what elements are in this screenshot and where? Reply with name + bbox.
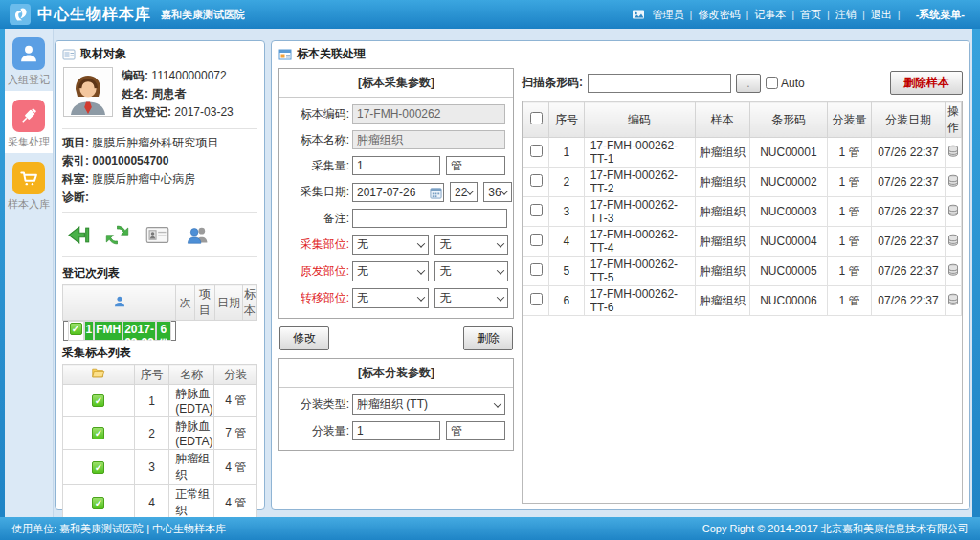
delete-sample-button[interactable]: 删除样本 — [890, 71, 963, 95]
collect-params-title: [标本采集参数] — [279, 69, 513, 98]
pack-amount-field[interactable] — [352, 421, 440, 440]
chevron-down-icon — [497, 266, 504, 274]
pack-params-box: [标本分装参数] 分装类型: 肿瘤组织 (TT) 分装量: — [278, 358, 514, 451]
select-all-checkbox[interactable] — [530, 112, 543, 124]
header-link-home[interactable]: 首页 — [794, 8, 827, 22]
sidebar-item-enroll[interactable]: 入组登记 — [5, 29, 53, 91]
pack-type-select[interactable]: 肿瘤组织 (TT) — [352, 394, 505, 415]
collect-row[interactable]: ✓ 2 静脉血(EDTA) 7 管 — [63, 417, 257, 450]
checked-icon[interactable]: ✓ — [92, 427, 104, 439]
scan-barcode-input[interactable] — [588, 74, 731, 93]
minute-select[interactable]: 36 — [483, 182, 511, 202]
patient-name-line: 姓名: 周患者 — [122, 85, 234, 103]
header-link-admin[interactable]: 管理员 — [647, 8, 690, 22]
collect-col-seq: 序号 — [134, 365, 169, 385]
checked-icon[interactable]: ✓ — [70, 323, 82, 335]
col-code: 编码 — [584, 102, 695, 138]
storage-icon[interactable] — [947, 174, 960, 188]
system-menu-toggle[interactable]: -系统菜单- — [910, 8, 970, 22]
collect-row[interactable]: ✓ 3 肿瘤组织 4 管 — [63, 450, 257, 485]
transfer-site-select-2[interactable]: 无 — [434, 288, 508, 308]
note-field[interactable] — [352, 209, 507, 228]
delete-button[interactable]: 删除 — [463, 326, 513, 350]
aliquot-row: 3 17-FMH-000262-TT-3 肿瘤组织 NUC00003 1 管 0… — [523, 197, 962, 227]
storage-icon[interactable] — [947, 263, 960, 277]
modify-button[interactable]: 修改 — [279, 326, 329, 350]
row-checkbox[interactable] — [530, 204, 543, 216]
aliquot-table: 序号 编码 样本 条形码 分装量 分装日期 操作 1 17-FMH-000262… — [523, 101, 962, 316]
sidebar-label-enroll: 入组登记 — [5, 73, 53, 87]
primary-site-select-2[interactable]: 无 — [434, 261, 508, 281]
visit-col-seq: 次 — [176, 285, 194, 321]
storage-icon[interactable] — [947, 204, 960, 217]
refresh-icon[interactable] — [104, 222, 130, 248]
patient-code: 111400000072 — [151, 69, 226, 82]
pack-unit-field[interactable] — [446, 421, 505, 440]
collect-site-select-1[interactable]: 无 — [352, 235, 429, 255]
row-checkbox[interactable] — [530, 293, 543, 305]
syringe-icon — [18, 105, 39, 126]
footer-organization: 使用单位: 嘉和美康测试医院 | 中心生物样本库 — [11, 522, 226, 536]
app-logo-icon — [10, 4, 31, 25]
collect-list-table: 序号 名称 分装 ✓ 1 静脉血(EDTA) 4 管 ✓ 2 静脉血(EDTA)… — [62, 364, 257, 540]
index-value: 000100054700 — [92, 154, 168, 168]
id-card-icon[interactable] — [145, 222, 170, 248]
header-link-notepad[interactable]: 记事本 — [748, 8, 791, 22]
collect-unit-field[interactable] — [446, 156, 505, 175]
collect-amount-label: 采集量: — [284, 158, 349, 174]
collect-site-label: 采集部位: — [284, 236, 349, 253]
collect-col-qty: 分装 — [214, 365, 257, 385]
row-checkbox[interactable] — [530, 174, 543, 187]
visit-list-title: 登记次列表 — [62, 261, 257, 284]
collect-amount-field[interactable] — [352, 156, 440, 175]
primary-site-select-1[interactable]: 无 — [352, 261, 429, 281]
sidebar-item-collect[interactable]: 采集处理 — [5, 91, 53, 153]
aliquot-row: 5 17-FMH-000262-TT-5 肿瘤组织 NUC00005 1 管 0… — [523, 257, 962, 286]
module-sidebar: 入组登记 采集处理 样本入库 — [5, 29, 54, 517]
collect-site-select-2[interactable]: 无 — [434, 235, 508, 255]
collect-row[interactable]: ✓ 1 静脉血(EDTA) 4 管 — [63, 385, 257, 417]
chevron-down-icon — [494, 399, 501, 407]
collect-col-name: 名称 — [169, 365, 214, 385]
transfer-site-label: 转移部位: — [284, 290, 349, 306]
admin-avatar-icon — [632, 8, 645, 21]
pack-amount-label: 分装量: — [284, 423, 349, 439]
users-icon[interactable] — [185, 222, 211, 248]
sidebar-item-storage[interactable]: 样本入库 — [5, 153, 53, 215]
processing-panel-icon — [278, 48, 292, 61]
scan-submit-button[interactable]: . — [736, 74, 761, 93]
back-icon[interactable] — [64, 222, 90, 248]
checked-icon[interactable]: ✓ — [92, 394, 104, 407]
chevron-down-icon — [417, 266, 425, 274]
patient-first-reg-line: 首次登记: 2017-03-23 — [122, 103, 234, 122]
visit-row[interactable]: ✓ 1 FMH 2017-03-23 6 份 — [63, 321, 176, 341]
storage-icon[interactable] — [947, 293, 960, 306]
row-checkbox[interactable] — [530, 145, 543, 157]
col-sample: 样本 — [695, 102, 749, 138]
header-link-change-password[interactable]: 修改密码 — [692, 8, 746, 22]
diagnosis-line: 诊断: — [62, 189, 257, 207]
storage-icon[interactable] — [947, 234, 960, 247]
storage-icon[interactable] — [947, 145, 960, 158]
chevron-down-icon — [497, 293, 504, 301]
checked-icon[interactable]: ✓ — [92, 461, 104, 474]
person-column-icon — [113, 295, 126, 308]
chevron-down-icon — [497, 239, 504, 247]
aliquot-row: 1 17-FMH-000262-TT-1 肿瘤组织 NUC00001 1 管 0… — [523, 138, 962, 168]
aliquot-table-container: 序号 编码 样本 条形码 分装量 分装日期 操作 1 17-FMH-000262… — [522, 101, 963, 504]
row-checkbox[interactable] — [530, 263, 543, 276]
footer-copyright: Copy Right © 2014-2017 北京嘉和美康信息技术有限公司 — [702, 522, 969, 536]
collect-params-box: [标本采集参数] 标本编码: 标本名称: 采集量: 采集日期: — [278, 68, 514, 319]
checked-icon[interactable]: ✓ — [92, 497, 104, 509]
transfer-site-select-1[interactable]: 无 — [352, 288, 429, 308]
patient-panel-title: 取材对象 — [80, 46, 126, 62]
calendar-icon[interactable] — [430, 187, 442, 199]
header-link-exit[interactable]: 退出 — [865, 8, 898, 22]
header-link-logout[interactable]: 注销 — [830, 8, 862, 22]
cart-icon — [18, 168, 39, 189]
auto-checkbox[interactable] — [766, 77, 778, 89]
dept-value: 腹膜后肿瘤中心病房 — [92, 172, 195, 186]
hour-select[interactable]: 22 — [450, 182, 478, 202]
row-checkbox[interactable] — [530, 234, 543, 246]
collect-row[interactable]: ✓ 4 正常组织 4 管 — [63, 485, 257, 521]
